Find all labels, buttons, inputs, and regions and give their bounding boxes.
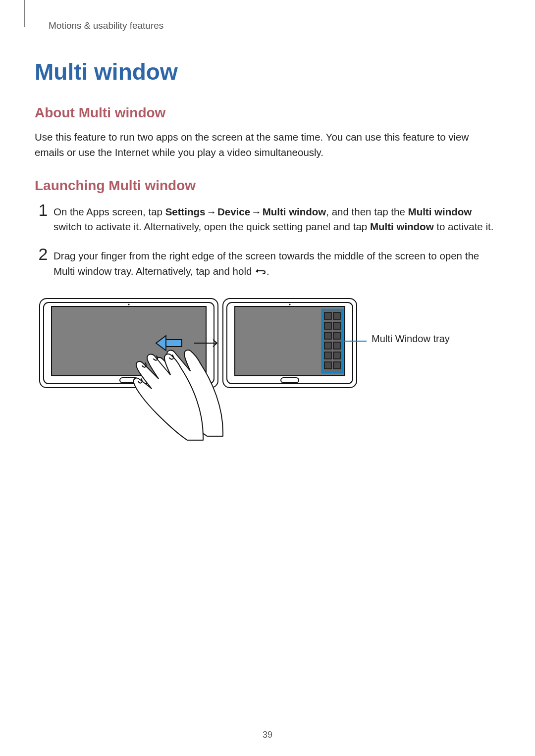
step-number: 1: [35, 202, 52, 218]
svg-rect-16: [333, 322, 340, 329]
text-fragment: switch to activate it. Alternatively, op…: [54, 221, 370, 232]
breadcrumb: Motions & usability features: [49, 20, 500, 31]
page-title: Multi window: [35, 58, 500, 85]
bold-device: Device: [217, 206, 250, 217]
svg-rect-5: [166, 340, 182, 347]
step-text: On the Apps screen, tap Settings → Devic…: [52, 204, 500, 235]
arrow-icon: →: [207, 204, 217, 220]
svg-rect-24: [333, 362, 340, 369]
svg-rect-15: [324, 322, 331, 329]
bold-multi-window: Multi window: [263, 206, 326, 217]
section-heading-launching: Launching Multi window: [35, 178, 500, 194]
manual-page: Motions & usability features Multi windo…: [0, 0, 535, 442]
svg-rect-14: [333, 312, 340, 319]
svg-rect-22: [333, 352, 340, 359]
figure-area: Multi Window tray: [35, 294, 500, 442]
step-2: 2 Drag your finger from the right edge o…: [35, 249, 500, 280]
tablet-illustration: [35, 294, 466, 442]
bold-multi-window: Multi window: [408, 206, 472, 217]
svg-rect-19: [324, 342, 331, 349]
svg-rect-13: [324, 312, 331, 319]
svg-rect-20: [333, 342, 340, 349]
step-1: 1 On the Apps screen, tap Settings → Dev…: [35, 204, 500, 235]
svg-rect-11: [281, 378, 299, 383]
svg-rect-18: [333, 332, 340, 339]
bold-multi-window: Multi window: [370, 221, 434, 232]
svg-point-3: [128, 303, 129, 305]
step-number: 2: [35, 246, 52, 262]
steps-list: 1 On the Apps screen, tap Settings → Dev…: [35, 204, 500, 280]
text-fragment: On the Apps screen, tap: [54, 206, 165, 217]
svg-rect-17: [324, 332, 331, 339]
page-number: 39: [0, 730, 535, 740]
svg-rect-21: [324, 352, 331, 359]
multi-window-tray-highlight: [322, 309, 343, 373]
header-rule: [24, 0, 25, 27]
svg-point-10: [289, 303, 290, 305]
section-heading-about: About Multi window: [35, 105, 500, 121]
bold-settings: Settings: [165, 206, 206, 217]
callout-label: Multi Window tray: [372, 332, 450, 345]
arrow-icon: →: [251, 204, 262, 220]
text-fragment: , and then tap the: [326, 206, 408, 217]
text-fragment: to activate it.: [434, 221, 494, 232]
step-text: Drag your finger from the right edge of …: [52, 249, 500, 280]
text-fragment: .: [267, 265, 269, 277]
back-icon: [255, 264, 267, 280]
about-paragraph: Use this feature to run two apps on the …: [35, 130, 500, 160]
svg-rect-23: [324, 362, 331, 369]
